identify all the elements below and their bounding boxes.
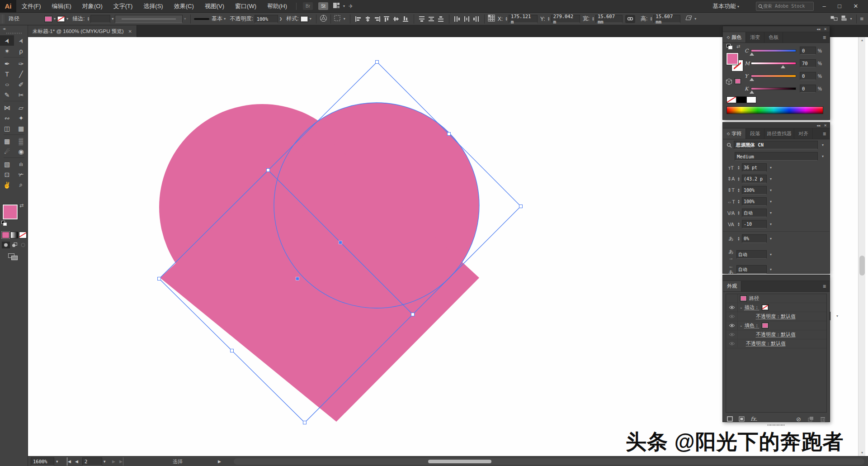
- magenta-slider[interactable]: [751, 62, 796, 65]
- chevron-down-icon[interactable]: ▾: [768, 267, 774, 271]
- yellow-value-field[interactable]: 0: [800, 72, 816, 80]
- stock-button[interactable]: St: [318, 2, 328, 10]
- chevron-down-icon[interactable]: ▾: [693, 17, 698, 21]
- window-minimize-button[interactable]: –: [816, 0, 832, 12]
- visibility-toggle[interactable]: [726, 339, 738, 348]
- next-artboard-button[interactable]: ▶: [112, 457, 115, 466]
- stroke-color-swatch[interactable]: [57, 16, 65, 22]
- screen-mode-button[interactable]: [8, 252, 20, 261]
- chevron-down-icon[interactable]: ▾: [342, 4, 346, 8]
- font-style-field[interactable]: Medium: [735, 152, 818, 161]
- visibility-toggle[interactable]: [726, 330, 738, 339]
- x-field[interactable]: 175.121 m: [509, 15, 538, 23]
- anchor-handle[interactable]: [231, 349, 234, 352]
- shear-transform-icon[interactable]: [685, 15, 693, 23]
- delete-item-button[interactable]: [819, 416, 826, 422]
- distribute-v-center-icon[interactable]: [428, 15, 435, 23]
- pencil-tool[interactable]: ✎: [0, 90, 14, 100]
- tracking-stepper[interactable]: ▲▼: [737, 222, 740, 227]
- expand-chevron-icon[interactable]: ⌄: [740, 305, 743, 309]
- web-safe-color-swatch[interactable]: [735, 78, 741, 84]
- tracking-field[interactable]: -10: [742, 220, 767, 228]
- ellipse-tool[interactable]: ○: [0, 79, 14, 90]
- panel-resize-grip[interactable]: [723, 423, 830, 427]
- anchor-handle[interactable]: [158, 277, 161, 281]
- horizontal-scale-field[interactable]: 100%: [742, 197, 767, 206]
- selection-tool[interactable]: ➤: [0, 35, 14, 46]
- white-swatch[interactable]: [746, 96, 756, 103]
- collapse-panel-icon[interactable]: ◂◂: [3, 27, 5, 31]
- font-family-field[interactable]: 思源黑体 CN: [734, 141, 818, 149]
- draw-normal-button[interactable]: [2, 242, 10, 248]
- direct-selection-tool[interactable]: ➤: [14, 35, 28, 46]
- eyedropper-tool[interactable]: ☄: [0, 146, 14, 157]
- cyan-slider[interactable]: [751, 49, 796, 52]
- horizontal-scrollbar[interactable]: [234, 458, 864, 465]
- control-panel-menu-icon[interactable]: ≡: [860, 15, 863, 22]
- magic-wand-tool[interactable]: ✶: [0, 46, 14, 56]
- y-field[interactable]: 279.042 m: [551, 15, 580, 23]
- vertical-scroll-thumb[interactable]: [859, 256, 865, 276]
- appearance-row-stroke-opacity[interactable]: 不透明度：默认值: [726, 312, 826, 321]
- lasso-tool[interactable]: ρ: [14, 46, 28, 56]
- tab-gradient[interactable]: 渐变: [746, 32, 764, 43]
- none-swatch[interactable]: [726, 96, 736, 103]
- slider-thumb[interactable]: [781, 65, 785, 68]
- menu-effect[interactable]: 效果(C): [169, 0, 199, 13]
- anchor-handle[interactable]: [411, 313, 415, 316]
- appearance-row-fill-opacity[interactable]: 不透明度：默认值: [726, 330, 826, 339]
- puppet-warp-tool[interactable]: ✦: [14, 113, 28, 123]
- anchor-handle[interactable]: [448, 133, 451, 136]
- tab-character[interactable]: ◇ 字符: [723, 128, 746, 139]
- shape-builder-tool[interactable]: ◫: [0, 123, 14, 133]
- menu-select[interactable]: 选择(S): [138, 0, 168, 13]
- align-bottom-icon[interactable]: [402, 15, 410, 23]
- vertical-scale-field[interactable]: 100%: [742, 186, 767, 195]
- close-panel-icon[interactable]: ✕: [824, 27, 827, 31]
- leading-field[interactable]: (43.2 p: [742, 175, 767, 183]
- panel-grip[interactable]: [6, 33, 22, 34]
- workspace-switcher[interactable]: 基本功能 ▾: [712, 0, 741, 13]
- align-v-middle-icon[interactable]: [392, 15, 400, 23]
- font-size-field[interactable]: 36 pt: [742, 163, 767, 172]
- window-close-button[interactable]: ✕: [848, 0, 863, 12]
- chevron-down-icon[interactable]: ▾: [308, 17, 313, 21]
- kerning-stepper[interactable]: ▲▼: [737, 211, 740, 215]
- mesh-tool[interactable]: ▩: [0, 136, 14, 146]
- color-spectrum-bar[interactable]: [726, 106, 823, 114]
- opacity-link[interactable]: 不透明度：默认值: [746, 340, 786, 347]
- cyan-value-field[interactable]: 0: [800, 47, 816, 55]
- distribute-right-icon[interactable]: [472, 15, 480, 23]
- fill-pink-swatch[interactable]: [762, 323, 769, 328]
- chevron-down-icon[interactable]: ▾: [342, 17, 347, 21]
- clear-appearance-button[interactable]: ⊘: [795, 416, 802, 422]
- duplicate-item-button[interactable]: [807, 416, 814, 422]
- fill-color-swatch[interactable]: [44, 16, 52, 22]
- anchor-handle[interactable]: [519, 205, 523, 208]
- horizontal-scroll-thumb[interactable]: [428, 460, 491, 463]
- menu-object[interactable]: 对象(O): [77, 0, 108, 13]
- constrain-proportions-link-icon[interactable]: [625, 15, 635, 23]
- chevron-down-icon[interactable]: ▾: [820, 154, 826, 158]
- anchor-handle[interactable]: [303, 421, 307, 424]
- last-artboard-button[interactable]: ▶: [119, 457, 123, 466]
- stroke-row-label[interactable]: 描边：: [745, 304, 760, 311]
- panel-grip[interactable]: [1, 14, 4, 24]
- align-left-icon[interactable]: [354, 15, 362, 23]
- opacity-field[interactable]: 100%: [255, 15, 278, 23]
- type-tool[interactable]: T: [0, 69, 14, 79]
- appearance-row-fill[interactable]: ⌄ 填色：: [726, 321, 826, 330]
- selected-anchor-handle[interactable]: [296, 277, 299, 281]
- add-effect-button[interactable]: fx.: [750, 416, 757, 422]
- tab-appearance[interactable]: 外观: [723, 281, 741, 291]
- collapse-panels-icon[interactable]: ◂◂: [816, 27, 820, 31]
- shape-options-icon[interactable]: [334, 14, 342, 23]
- tsume-stepper[interactable]: ▲▼: [737, 237, 740, 241]
- symbol-sprayer-tool[interactable]: ▧: [0, 159, 14, 169]
- chevron-down-icon[interactable]: ▾: [65, 17, 70, 21]
- tab-close-icon[interactable]: ✕: [128, 29, 132, 34]
- out-of-web-color-cube-icon[interactable]: [726, 78, 732, 86]
- tab-swatches[interactable]: 色板: [764, 32, 783, 43]
- hand-tool[interactable]: ✌: [0, 180, 14, 190]
- fill-row-label[interactable]: 填色：: [745, 322, 760, 329]
